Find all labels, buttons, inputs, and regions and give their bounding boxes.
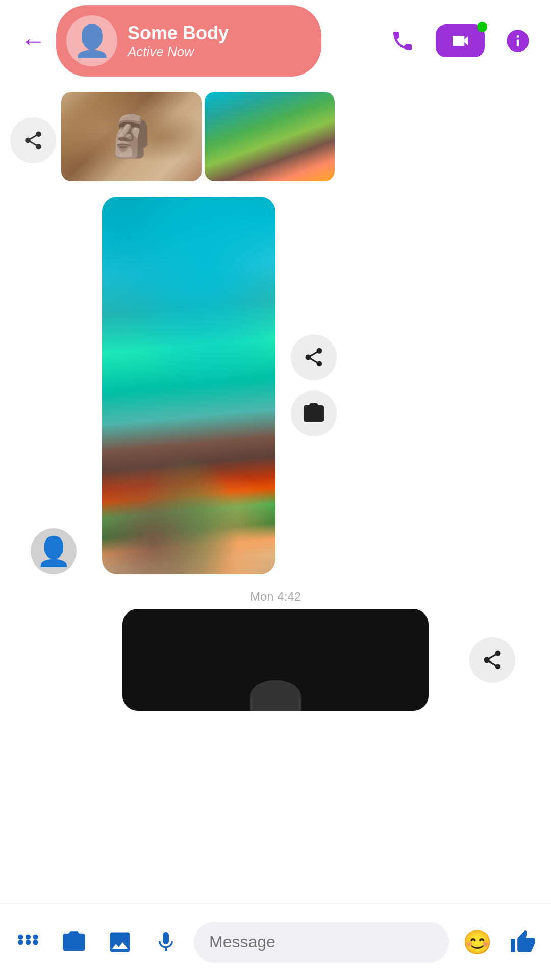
share-button-bottom[interactable] bbox=[469, 637, 515, 683]
phone-button[interactable] bbox=[385, 23, 420, 59]
sender-avatar-icon: 👤 bbox=[36, 535, 71, 568]
active-dot bbox=[477, 22, 487, 32]
buddha-image-content bbox=[61, 92, 202, 181]
contact-name: Some Body bbox=[128, 22, 229, 44]
camera-toolbar-button[interactable] bbox=[56, 924, 92, 960]
video-call-button[interactable] bbox=[436, 24, 485, 57]
video-icon bbox=[448, 31, 472, 51]
bottom-media[interactable] bbox=[122, 609, 429, 711]
ocean-image-content bbox=[205, 92, 335, 181]
contact-bubble[interactable]: 👤 Some Body Active Now bbox=[56, 5, 321, 77]
like-icon bbox=[510, 929, 536, 955]
camera-toolbar-icon bbox=[61, 929, 87, 955]
bottom-toolbar: 😊 bbox=[0, 903, 551, 980]
phone-icon bbox=[390, 29, 415, 53]
camera-icon-side bbox=[302, 401, 326, 426]
camera-button-side[interactable] bbox=[291, 390, 337, 436]
share-icon-top bbox=[22, 130, 44, 151]
top-images-row bbox=[0, 92, 551, 181]
more-button[interactable] bbox=[10, 924, 46, 960]
svg-point-2 bbox=[33, 939, 38, 944]
aerial-beach-image-content bbox=[102, 197, 276, 574]
like-button[interactable] bbox=[505, 924, 541, 960]
message-input[interactable] bbox=[194, 922, 449, 963]
share-button-side[interactable] bbox=[291, 334, 337, 380]
play-indicator bbox=[250, 680, 301, 711]
share-icon-side bbox=[303, 346, 325, 369]
svg-point-5 bbox=[33, 934, 38, 939]
top-image-pair bbox=[61, 92, 335, 181]
more-icon bbox=[15, 929, 41, 955]
share-button-top[interactable] bbox=[10, 117, 56, 163]
info-icon bbox=[505, 28, 531, 54]
bottom-media-container bbox=[61, 609, 490, 711]
contact-info: Some Body Active Now bbox=[128, 22, 229, 60]
avatar-icon: 👤 bbox=[73, 23, 111, 59]
back-icon: ← bbox=[20, 28, 46, 54]
share-icon-bottom bbox=[481, 649, 504, 671]
ocean-image-thumbnail[interactable] bbox=[205, 92, 335, 181]
buddha-image-thumbnail[interactable] bbox=[61, 92, 202, 181]
emoji-icon: 😊 bbox=[463, 928, 492, 956]
gallery-button[interactable] bbox=[102, 924, 138, 960]
gallery-icon bbox=[107, 929, 133, 955]
svg-point-3 bbox=[18, 934, 23, 939]
main-beach-image[interactable] bbox=[102, 197, 276, 574]
svg-point-4 bbox=[26, 934, 31, 939]
chat-content: 👤 Mon 4:42 bbox=[0, 82, 551, 903]
header: ← 👤 Some Body Active Now bbox=[0, 0, 551, 82]
mic-icon bbox=[154, 930, 178, 954]
svg-point-0 bbox=[18, 939, 23, 944]
header-actions bbox=[385, 23, 536, 59]
mic-button[interactable] bbox=[148, 924, 184, 960]
back-button[interactable]: ← bbox=[15, 23, 51, 59]
avatar: 👤 bbox=[66, 15, 117, 66]
emoji-button[interactable]: 😊 bbox=[459, 924, 495, 960]
sender-avatar: 👤 bbox=[31, 528, 77, 574]
timestamp: Mon 4:42 bbox=[0, 590, 551, 604]
info-button[interactable] bbox=[500, 23, 536, 59]
svg-point-1 bbox=[26, 939, 31, 944]
timestamp-text: Mon 4:42 bbox=[250, 590, 301, 603]
side-actions bbox=[291, 334, 337, 436]
contact-status: Active Now bbox=[128, 44, 229, 60]
